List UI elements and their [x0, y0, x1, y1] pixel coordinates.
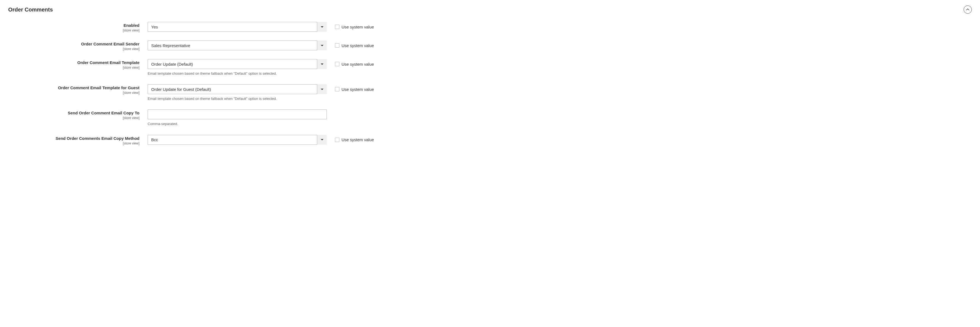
field-row-copy-to: Send Order Comment Email Copy To [store … — [8, 110, 972, 126]
label-col: Send Order Comments Email Copy Method [s… — [8, 135, 148, 145]
use-system-value-checkbox[interactable] — [335, 87, 339, 91]
use-system-value-label[interactable]: Use system value — [342, 137, 374, 142]
scope-label: [store view] — [8, 91, 140, 95]
control-col: Comma-separated. — [148, 110, 327, 126]
field-hint: Email template chosen based on theme fal… — [148, 71, 327, 76]
scope-label: [store view] — [8, 29, 140, 32]
enabled-select[interactable]: Yes — [148, 22, 327, 32]
section-header: Order Comments — [8, 5, 972, 14]
control-col: Order Update (Default) Email template ch… — [148, 59, 327, 76]
system-value-col: Use system value — [327, 22, 374, 32]
form-rows: Enabled [store view] Yes Use system valu… — [8, 22, 972, 153]
label-col: Order Comment Email Sender [store view] — [8, 40, 148, 51]
field-row-template-guest: Order Comment Email Template for Guest [… — [8, 84, 972, 101]
field-row-enabled: Enabled [store view] Yes Use system valu… — [8, 22, 972, 32]
control-col: Order Update for Guest (Default) Email t… — [148, 84, 327, 101]
system-value-col: Use system value — [327, 84, 374, 94]
field-hint: Email template chosen based on theme fal… — [148, 96, 327, 101]
label-col: Enabled [store view] — [8, 22, 148, 32]
chevron-up-icon — [966, 8, 969, 11]
template-guest-select[interactable]: Order Update for Guest (Default) — [148, 84, 327, 94]
use-system-value-checkbox[interactable] — [335, 25, 339, 29]
scope-label: [store view] — [8, 66, 140, 70]
system-value-col — [327, 110, 335, 119]
use-system-value-checkbox[interactable] — [335, 62, 339, 66]
template-select[interactable]: Order Update (Default) — [148, 59, 327, 69]
select-wrap: Bcc — [148, 135, 327, 145]
select-wrap: Yes — [148, 22, 327, 32]
field-label: Send Order Comment Email Copy To — [68, 110, 140, 115]
use-system-value-label[interactable]: Use system value — [342, 43, 374, 48]
field-label: Order Comment Email Template — [77, 60, 140, 65]
select-wrap: Sales Representative — [148, 40, 327, 50]
use-system-value-label[interactable]: Use system value — [342, 62, 374, 67]
scope-label: [store view] — [8, 142, 140, 145]
label-col: Send Order Comment Email Copy To [store … — [8, 110, 148, 120]
order-comments-section: Order Comments Enabled [store view] Yes — [0, 0, 980, 159]
system-value-col: Use system value — [327, 59, 374, 69]
control-col: Sales Representative — [148, 40, 327, 50]
system-value-col: Use system value — [327, 135, 374, 145]
collapse-toggle-button[interactable] — [964, 5, 972, 14]
scope-label: [store view] — [8, 116, 140, 120]
control-col: Yes — [148, 22, 327, 32]
field-label: Order Comment Email Sender — [81, 41, 140, 46]
use-system-value-checkbox[interactable] — [335, 138, 339, 142]
field-label: Send Order Comments Email Copy Method — [56, 136, 140, 140]
field-row-copy-method: Send Order Comments Email Copy Method [s… — [8, 135, 972, 145]
control-col: Bcc — [148, 135, 327, 145]
section-title: Order Comments — [8, 6, 53, 13]
use-system-value-checkbox[interactable] — [335, 43, 339, 48]
field-label: Enabled — [124, 23, 140, 28]
select-wrap: Order Update for Guest (Default) — [148, 84, 327, 94]
field-label: Order Comment Email Template for Guest — [58, 85, 140, 90]
copy-method-select[interactable]: Bcc — [148, 135, 327, 145]
scope-label: [store view] — [8, 47, 140, 51]
select-wrap: Order Update (Default) — [148, 59, 327, 69]
use-system-value-label[interactable]: Use system value — [342, 25, 374, 29]
label-col: Order Comment Email Template [store view… — [8, 59, 148, 70]
sender-select[interactable]: Sales Representative — [148, 40, 327, 50]
label-col: Order Comment Email Template for Guest [… — [8, 84, 148, 95]
field-hint: Comma-separated. — [148, 121, 327, 126]
field-row-template: Order Comment Email Template [store view… — [8, 59, 972, 76]
use-system-value-label[interactable]: Use system value — [342, 87, 374, 92]
system-value-col: Use system value — [327, 40, 374, 50]
copy-to-input[interactable] — [148, 110, 327, 119]
field-row-sender: Order Comment Email Sender [store view] … — [8, 40, 972, 51]
